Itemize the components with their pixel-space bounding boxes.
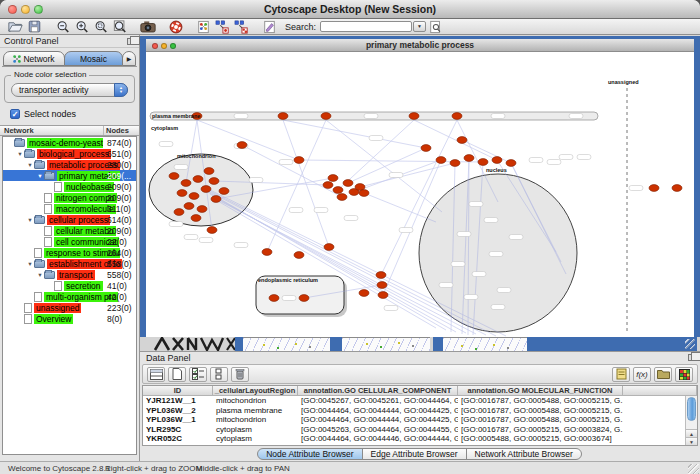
apply-layout-2-button[interactable] bbox=[232, 19, 251, 34]
network-node[interactable] bbox=[219, 188, 229, 195]
network-node[interactable] bbox=[294, 157, 304, 164]
tab-network-attribute-browser[interactable]: Network Attribute Browser bbox=[466, 448, 582, 460]
scroll-down-button[interactable]: ▼ bbox=[686, 437, 697, 445]
tree-expand-arrow[interactable]: ▼ bbox=[26, 261, 34, 267]
attribute-table-header[interactable]: ID_cellularLayoutRegionannotation.GO CEL… bbox=[143, 386, 697, 396]
tree-expand-arrow[interactable]: ▼ bbox=[16, 151, 24, 157]
tab-edge-attribute-browser[interactable]: Edge Attribute Browser bbox=[362, 448, 467, 460]
table-row[interactable]: YPL036W__2plasma membrane[GO:0044464, GO… bbox=[143, 406, 685, 416]
network-node[interactable] bbox=[262, 249, 272, 256]
delete-attribute-button[interactable] bbox=[231, 367, 249, 382]
tree-row-biological-process[interactable]: ▼biological_process651(0) bbox=[3, 148, 136, 159]
network-edge[interactable] bbox=[242, 145, 342, 197]
network-node[interactable] bbox=[452, 113, 462, 120]
network-node[interactable] bbox=[492, 157, 502, 164]
column-header[interactable]: annotation.GO CELLULAR_COMPONENT bbox=[298, 386, 458, 395]
table-row[interactable]: YLR295Ccytoplasm[GO:0045263, GO:0044464,… bbox=[143, 425, 685, 435]
float-panel-icon[interactable] bbox=[127, 38, 135, 45]
network-node[interactable] bbox=[211, 196, 221, 203]
network-node[interactable] bbox=[649, 185, 659, 192]
network-node[interactable] bbox=[376, 272, 386, 279]
background-windows[interactable] bbox=[140, 337, 700, 351]
tab-network[interactable]: Network bbox=[3, 51, 65, 66]
network-node[interactable] bbox=[174, 209, 184, 216]
window-titlebar[interactable]: Cytoscape Desktop (New Session) bbox=[0, 0, 700, 19]
save-session-button[interactable] bbox=[25, 19, 44, 34]
zoom-in-button[interactable] bbox=[72, 19, 91, 34]
tab-overflow-arrow[interactable]: ▶ bbox=[122, 51, 136, 66]
table-row[interactable]: YKR052Ccytoplasm[GO:0044464, GO:0044446,… bbox=[143, 434, 685, 444]
heatmap-button[interactable] bbox=[675, 367, 693, 382]
network-node[interactable] bbox=[204, 168, 214, 175]
tree-expand-arrow[interactable]: ▼ bbox=[26, 162, 34, 168]
tree-row-primary-metabo[interactable]: ▼primary metabo209(... bbox=[3, 170, 136, 181]
network-node[interactable] bbox=[672, 185, 682, 192]
network-node[interactable] bbox=[197, 206, 207, 213]
network-node[interactable] bbox=[189, 193, 199, 200]
select-attributes-button[interactable] bbox=[147, 367, 165, 382]
network-view-titlebar[interactable]: primary metabolic process bbox=[146, 39, 694, 52]
network-node[interactable] bbox=[184, 203, 194, 210]
scrollbar-thumb[interactable] bbox=[687, 397, 696, 421]
network-node[interactable] bbox=[421, 145, 431, 152]
tree-row-macromolecule[interactable]: macromolecule311(0) bbox=[3, 203, 136, 214]
create-attribute-button[interactable] bbox=[168, 367, 186, 382]
table-row[interactable]: YJR121W__1mitochondrion[GO:0045267, GO:0… bbox=[143, 396, 685, 406]
network-node[interactable] bbox=[207, 227, 217, 234]
network-node[interactable] bbox=[378, 292, 388, 299]
import-attributes-button[interactable] bbox=[654, 367, 672, 382]
tree-row-mosaic-demo-yeast[interactable]: mosaic-demo-yeast874(0) bbox=[3, 137, 136, 148]
scroll-up-button[interactable]: ▲ bbox=[686, 429, 697, 437]
zoom-out-button[interactable] bbox=[53, 19, 72, 34]
create-view-button[interactable] bbox=[194, 19, 213, 34]
search-dropdown-button[interactable]: ▼ bbox=[413, 21, 426, 32]
view-minimize-button[interactable] bbox=[161, 43, 167, 49]
annotation-button[interactable] bbox=[260, 19, 279, 34]
table-row[interactable]: YPL036W__1mitochondrion[GO:0044464, GO:0… bbox=[143, 415, 685, 425]
network-node[interactable] bbox=[209, 178, 219, 185]
search-options-button[interactable] bbox=[426, 19, 445, 34]
column-header[interactable]: _cellularLayoutRegion bbox=[213, 386, 298, 395]
app-resize-grip[interactable] bbox=[688, 464, 699, 474]
network-edge[interactable] bbox=[348, 148, 426, 183]
view-maximize-button[interactable] bbox=[170, 43, 176, 49]
tree-row-nitrogen-compo[interactable]: nitrogen compo209(0) bbox=[3, 192, 136, 203]
tree-row-cellular-metabo[interactable]: cellular metabo209(0) bbox=[3, 225, 136, 236]
tree-row-nucleobase-[interactable]: nucleobase-209(0) bbox=[3, 181, 136, 192]
network-node[interactable] bbox=[299, 295, 309, 302]
minimize-button[interactable] bbox=[21, 5, 30, 14]
attribute-boxes-button[interactable] bbox=[210, 367, 228, 382]
network-node[interactable] bbox=[343, 180, 353, 187]
network-edge[interactable] bbox=[267, 120, 326, 252]
help-button[interactable] bbox=[166, 19, 185, 34]
network-node[interactable] bbox=[478, 159, 488, 166]
tree-row-multi-organism-pro[interactable]: multi-organism pro42(0) bbox=[3, 291, 136, 302]
maximize-button[interactable] bbox=[34, 5, 43, 14]
network-node[interactable] bbox=[359, 290, 369, 297]
network-view-window[interactable]: primary metabolic process plasma membran… bbox=[140, 36, 700, 337]
tree-row-cell-communicat[interactable]: cell communicat22(0) bbox=[3, 236, 136, 247]
network-canvas[interactable]: plasma membranecytoplasmmitochondrionnuc… bbox=[146, 52, 694, 337]
network-node[interactable] bbox=[324, 244, 334, 251]
export-image-button[interactable] bbox=[138, 19, 157, 34]
network-edge[interactable] bbox=[414, 120, 497, 160]
tree-row-secretion[interactable]: secretion41(0) bbox=[3, 280, 136, 291]
network-node[interactable] bbox=[294, 252, 304, 259]
network-edge[interactable] bbox=[360, 163, 455, 187]
network-node[interactable] bbox=[506, 160, 516, 167]
search-input[interactable] bbox=[320, 21, 412, 32]
network-node[interactable] bbox=[269, 295, 279, 302]
network-node[interactable] bbox=[169, 173, 179, 180]
column-header[interactable]: ID bbox=[143, 386, 213, 395]
tree-row-response-to-stimulu[interactable]: response to stimulu264(0) bbox=[3, 247, 136, 258]
attribute-checklist-button[interactable] bbox=[189, 367, 207, 382]
network-node[interactable] bbox=[436, 157, 446, 164]
select-nodes-checkbox[interactable]: ✓ bbox=[10, 109, 20, 119]
apply-layout-1-button[interactable] bbox=[213, 19, 232, 34]
network-node[interactable] bbox=[177, 190, 187, 197]
close-button[interactable] bbox=[8, 5, 17, 14]
network-node[interactable] bbox=[359, 190, 369, 197]
column-header[interactable]: annotation.GO MOLECULAR_FUNCTION bbox=[458, 386, 623, 395]
network-node[interactable] bbox=[181, 180, 191, 187]
tab-mosaic[interactable]: Mosaic bbox=[64, 51, 123, 66]
